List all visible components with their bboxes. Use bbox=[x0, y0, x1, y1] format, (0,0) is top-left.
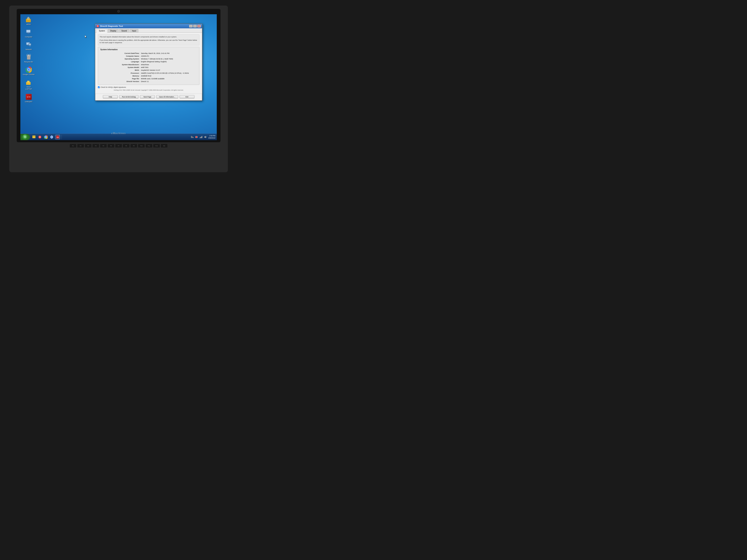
directx-dialog: ✕ DirectX Diagnostic Tool ─ □ ✕ System D… bbox=[95, 24, 202, 101]
info-row-pagefile: Page file: 805MB used, 3143MB available bbox=[100, 77, 197, 80]
key-f11[interactable]: F11 bbox=[146, 144, 153, 148]
test-laptop-icon-label: TEST LAPTOP bbox=[25, 86, 32, 90]
intro-line2: If you know what area is causing the pro… bbox=[100, 39, 198, 44]
key-f6[interactable]: F6 bbox=[107, 144, 114, 148]
system-info-box: System Information Current Date/Time: Sa… bbox=[98, 47, 199, 85]
maximize-button[interactable]: □ bbox=[193, 25, 197, 28]
info-label-lang: Language: bbox=[100, 60, 141, 63]
info-label-directx: DirectX Version: bbox=[100, 80, 141, 83]
taskbar-divider bbox=[61, 135, 62, 139]
desktop-icon-test-laptop[interactable]: TEST LAPTOP bbox=[23, 79, 35, 90]
next-page-button[interactable]: Next Page bbox=[140, 95, 155, 99]
whql-checkbox[interactable] bbox=[98, 86, 100, 88]
svg-rect-12 bbox=[27, 45, 28, 46]
keyboard-area: F1 F2 F3 F4 F5 F6 F7 F8 F9 F10 F11 F12 D… bbox=[17, 142, 221, 166]
taskbar-icon-media[interactable] bbox=[37, 135, 42, 139]
svg-rect-7 bbox=[26, 30, 30, 32]
info-value-computer: ADMIN-PC bbox=[141, 55, 197, 58]
dialog-intro: This tool reports detailed information a… bbox=[98, 34, 199, 45]
info-row-date: Current Date/Time: Saturday, March 30, 2… bbox=[100, 52, 197, 55]
info-label-date: Current Date/Time: bbox=[100, 52, 141, 55]
admin-icon-label: admin bbox=[26, 23, 31, 25]
svg-text:DX: DX bbox=[57, 136, 59, 138]
taskbar-icon-chrome[interactable] bbox=[43, 135, 48, 139]
desktop-icon-network[interactable]: Network bbox=[23, 41, 35, 51]
taskbar-icon-explorer[interactable] bbox=[31, 135, 36, 139]
info-row-manufacturer: System Manufacturer: eMachines bbox=[100, 63, 197, 66]
info-label-manufacturer: System Manufacturer: bbox=[100, 63, 141, 66]
tab-input[interactable]: Input bbox=[129, 29, 138, 32]
info-value-bios: InsydeH2O Version V1.07 bbox=[141, 69, 197, 72]
info-row-os: Operating System: Windows 7 Ultimate 64-… bbox=[100, 58, 197, 60]
help-button[interactable]: Help bbox=[103, 95, 118, 99]
taskbar-icon-directx[interactable]: DX bbox=[55, 135, 60, 139]
key-f9[interactable]: F9 bbox=[130, 144, 137, 148]
svg-marker-0 bbox=[85, 35, 86, 38]
info-label-bios: BIOS: bbox=[100, 69, 141, 72]
unikey-icon: u i n bbox=[25, 94, 32, 100]
key-f2[interactable]: F2 bbox=[77, 144, 84, 148]
close-button[interactable]: ✕ bbox=[197, 25, 201, 28]
key-f4[interactable]: F4 bbox=[92, 144, 99, 148]
svg-rect-47 bbox=[197, 137, 198, 137]
key-f8[interactable]: F8 bbox=[123, 144, 130, 148]
network-icon bbox=[25, 41, 32, 48]
desktop-icon-chrome[interactable]: Google Chrome bbox=[23, 66, 35, 76]
tab-display[interactable]: Display bbox=[108, 29, 119, 32]
whql-checkbox-row: Check for WHQL digital signatures bbox=[98, 86, 199, 88]
desktop-icon-computer[interactable]: Computer bbox=[23, 29, 35, 38]
key-f5[interactable]: F5 bbox=[100, 144, 107, 148]
start-orb bbox=[23, 134, 28, 140]
key-f10[interactable]: F10 bbox=[138, 144, 145, 148]
screen: admin Computer bbox=[20, 14, 217, 140]
minimize-icon bbox=[191, 136, 194, 138]
info-value-processor: Intel(R) Core(TM) i3 CPU M 350 @ 2.27GHz… bbox=[141, 72, 197, 75]
info-value-memory: 2048MB RAM bbox=[141, 75, 197, 77]
info-value-directx: DirectX 11 bbox=[141, 80, 197, 83]
key-f1[interactable]: F1 bbox=[70, 144, 77, 148]
network-icon-label: Network bbox=[26, 49, 32, 51]
minimize-button[interactable]: ─ bbox=[189, 25, 193, 28]
svg-rect-30 bbox=[32, 136, 35, 137]
save-all-button[interactable]: Save All Information... bbox=[156, 95, 178, 99]
unikey-icon-label: UniKeyNT bbox=[25, 101, 32, 103]
info-label-memory: Memory: bbox=[100, 75, 141, 77]
desktop-icon-unikey[interactable]: u i n UniKeyNT bbox=[23, 94, 35, 103]
directx-title-icon: ✕ bbox=[96, 25, 99, 27]
svg-marker-52 bbox=[204, 136, 206, 138]
svg-point-28 bbox=[24, 136, 26, 138]
tab-system[interactable]: System bbox=[96, 29, 107, 33]
svg-rect-48 bbox=[200, 138, 200, 138]
info-label-model: System Model: bbox=[100, 66, 141, 69]
start-button[interactable] bbox=[20, 134, 30, 140]
info-row-model: System Model: eME730G bbox=[100, 66, 197, 69]
chrome-icon bbox=[25, 66, 32, 73]
info-label-pagefile: Page file: bbox=[100, 77, 141, 80]
svg-rect-9 bbox=[27, 33, 30, 34]
key-f3[interactable]: F3 bbox=[85, 144, 92, 148]
keyboard-row: F1 F2 F3 F4 F5 F6 F7 F8 F9 F10 F11 F12 D… bbox=[70, 144, 168, 148]
taskbar-clock[interactable]: 2:54 PM 3/30/2019 bbox=[208, 135, 215, 139]
exit-button[interactable]: Exit bbox=[180, 95, 194, 99]
desktop-icon-admin[interactable]: admin bbox=[23, 16, 35, 25]
svg-rect-49 bbox=[200, 137, 201, 138]
svg-rect-8 bbox=[27, 33, 29, 33]
dialog-body: This tool reports detailed information a… bbox=[95, 33, 202, 94]
info-value-model: eME730G bbox=[141, 66, 197, 69]
dialog-tabs: System Display Sound Input bbox=[95, 28, 202, 33]
svg-rect-27 bbox=[27, 81, 29, 83]
key-del[interactable]: Del bbox=[161, 144, 168, 148]
taskbar-pinned-icons: DX bbox=[31, 135, 61, 139]
run-64bit-button[interactable]: Run 64-bit DxDiag bbox=[119, 95, 138, 99]
key-f7[interactable]: F7 bbox=[115, 144, 122, 148]
info-value-date: Saturday, March 30, 2019, 2:41:41 PM bbox=[141, 52, 197, 55]
taskbar-icon-ie[interactable] bbox=[49, 135, 54, 139]
desktop-icon-recycle[interactable]: Recycle Bin bbox=[23, 54, 35, 63]
webcam bbox=[117, 10, 120, 12]
admin-icon bbox=[25, 16, 32, 23]
unikey-icon-img: u i n bbox=[26, 94, 32, 100]
tab-sound[interactable]: Sound bbox=[119, 29, 129, 32]
key-f12[interactable]: F12 bbox=[153, 144, 160, 148]
laptop-body: admin Computer bbox=[9, 5, 228, 172]
info-row-lang: Language: English (Regional Setting: Eng… bbox=[100, 60, 197, 63]
